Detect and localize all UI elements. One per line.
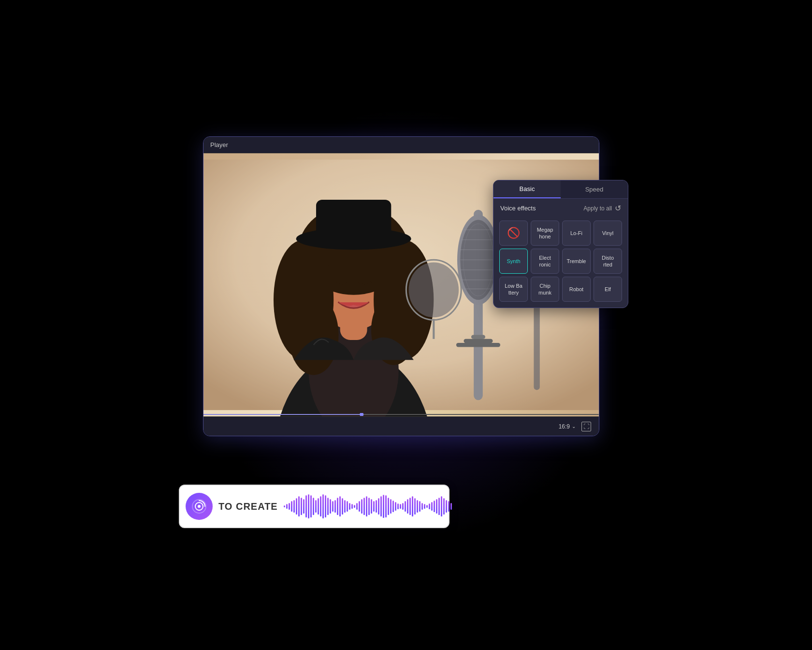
svg-rect-33	[203, 414, 362, 415]
effect-label: Tremble	[567, 258, 586, 265]
waveform-bar	[284, 505, 285, 507]
audio-text: TO CREATE	[218, 501, 278, 512]
progress-waveform	[203, 413, 599, 416]
waveform-bar	[356, 503, 358, 510]
waveform-bar	[388, 498, 389, 515]
waveform-bar	[371, 499, 372, 514]
effect-robot[interactable]: Robot	[562, 277, 591, 302]
waveform-bar	[342, 498, 343, 514]
effect-none[interactable]: 🚫	[499, 221, 528, 246]
apply-to-all-label: Apply to all	[583, 205, 612, 212]
svg-rect-14	[471, 335, 485, 339]
waveform-bar	[376, 500, 377, 513]
effect-vinyl[interactable]: Vinyl	[594, 221, 622, 246]
effect-label: Chipmunk	[538, 282, 551, 296]
waveform-bar	[436, 499, 437, 514]
panel-header: Voice effects Apply to all ↺	[493, 199, 628, 217]
waveform-bar	[409, 498, 411, 515]
svg-rect-29	[433, 319, 435, 339]
svg-rect-15	[464, 339, 493, 343]
waveform-bar	[361, 499, 362, 514]
effect-label: Lo-Fi	[570, 230, 582, 236]
effect-label: Robot	[569, 286, 583, 293]
player-bottom-bar: 16:9 ⌄ ⛶	[203, 416, 599, 436]
waveform-bar	[315, 500, 317, 513]
waveform-bar	[414, 498, 416, 514]
waveform-bar	[366, 496, 367, 517]
audio-icon-container	[186, 493, 213, 520]
waveform-bar	[303, 499, 304, 514]
waveform-bar	[421, 503, 423, 510]
waveform-bar	[320, 496, 321, 517]
effect-megaphone[interactable]: Megaphone	[531, 221, 559, 246]
effect-label: Synth	[507, 258, 520, 265]
effect-synth[interactable]: Synth	[499, 249, 528, 274]
waveform-container	[284, 492, 452, 521]
chevron-down-icon: ⌄	[572, 424, 576, 429]
waveform-bar	[318, 498, 319, 514]
waveform-bar	[426, 505, 428, 508]
waveform-bar	[344, 500, 346, 513]
waveform-bar	[373, 501, 375, 511]
effect-distorted[interactable]: Distorted	[594, 249, 622, 274]
svg-rect-16	[456, 343, 500, 347]
waveform-bar	[334, 500, 336, 513]
waveform-bar	[286, 504, 288, 509]
effect-tremble[interactable]: Tremble	[562, 249, 591, 274]
effect-low_battery[interactable]: Low Battery	[499, 277, 528, 302]
waveform-bar	[434, 501, 435, 512]
svg-point-37	[198, 505, 201, 508]
waveform-bar	[293, 500, 295, 513]
fullscreen-icon: ⛶	[583, 423, 589, 430]
svg-point-28	[409, 262, 459, 317]
effect-elf[interactable]: Elf	[594, 277, 622, 302]
waveform-bar	[327, 498, 329, 515]
waveform-bar	[301, 498, 302, 515]
waveform-bar	[310, 495, 312, 517]
effects-grid: 🚫MegaphoneLo-FiVinylSynthElectronicTremb…	[493, 217, 628, 308]
waveform-bar	[296, 498, 297, 514]
waveform-bar	[349, 503, 350, 510]
waveform-bar	[407, 499, 408, 514]
tab-basic[interactable]: Basic	[493, 180, 561, 198]
apply-to-all-control[interactable]: Apply to all ↺	[583, 204, 621, 213]
waveform-bar	[450, 503, 452, 510]
aspect-ratio-button[interactable]: 16:9 ⌄	[559, 423, 576, 430]
video-progress-area[interactable]	[203, 414, 599, 415]
effect-lofi[interactable]: Lo-Fi	[562, 221, 591, 246]
effect-label: Low Battery	[505, 282, 522, 296]
svg-point-34	[360, 413, 363, 416]
aspect-ratio-label: 16:9	[559, 423, 570, 430]
tab-speed[interactable]: Speed	[561, 180, 628, 198]
waveform-bar	[412, 496, 413, 517]
no-effect-icon: 🚫	[507, 226, 520, 240]
waveform-bar	[405, 501, 406, 511]
waveform-bar	[392, 501, 394, 512]
effect-label: Electronic	[539, 254, 551, 268]
waveform-bar	[289, 503, 290, 510]
effect-label: Elf	[605, 286, 611, 293]
waveform-bar	[337, 498, 338, 515]
waveform-bar	[298, 496, 300, 517]
effect-electronic[interactable]: Electronic	[531, 249, 559, 274]
waveform-bar	[330, 499, 331, 514]
waveform-bar	[419, 501, 420, 511]
waveform-bar	[441, 496, 442, 517]
effect-chipmunk[interactable]: Chipmunk	[531, 277, 559, 302]
fullscreen-button[interactable]: ⛶	[581, 422, 591, 431]
player-title: Player	[210, 141, 228, 148]
waveform-bar	[397, 503, 399, 509]
waveform-bar	[339, 496, 341, 517]
waveform-bar	[424, 504, 425, 509]
waveform-bar	[313, 498, 314, 515]
waveform-bar	[359, 501, 360, 511]
effect-label: Distorted	[602, 254, 614, 268]
effect-label: Vinyl	[602, 230, 614, 236]
panel-tabs: Basic Speed	[493, 180, 628, 199]
refresh-icon[interactable]: ↺	[615, 204, 621, 213]
waveform-bar	[354, 505, 355, 508]
waveform-bar	[390, 499, 392, 514]
waveform-bar	[383, 495, 384, 518]
waveform-bar	[448, 501, 450, 511]
waveform-bar	[378, 498, 379, 514]
